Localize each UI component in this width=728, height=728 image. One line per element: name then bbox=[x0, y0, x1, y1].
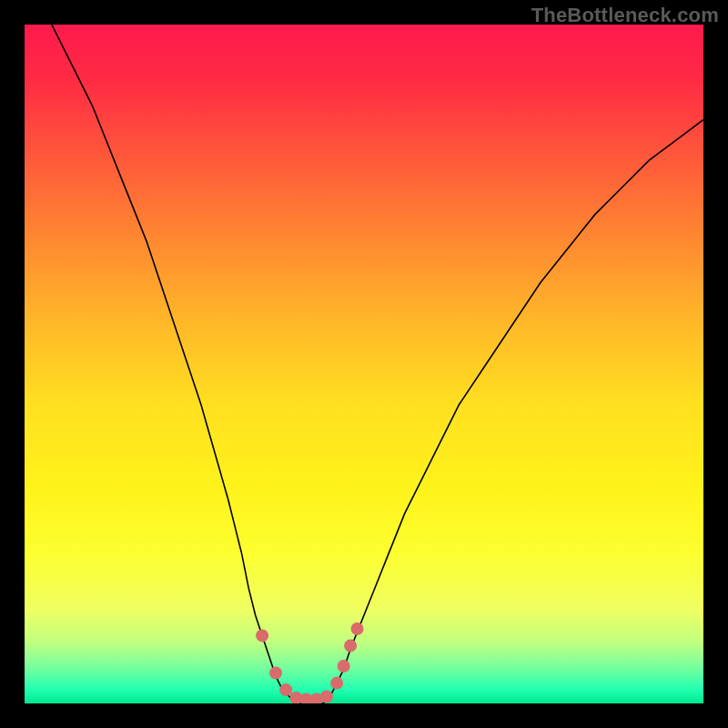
curve-left-branch bbox=[52, 25, 297, 703]
marker-point bbox=[269, 666, 282, 679]
curve-layer bbox=[25, 25, 703, 703]
marker-point bbox=[330, 677, 343, 690]
marker-point bbox=[320, 691, 333, 703]
marker-point bbox=[279, 683, 292, 696]
chart-frame: TheBottleneck.com bbox=[0, 0, 728, 728]
marker-point bbox=[256, 629, 268, 642]
watermark-text: TheBottleneck.com bbox=[531, 4, 719, 27]
marker-point bbox=[344, 640, 357, 652]
marker-point bbox=[338, 660, 350, 672]
curve-right-branch bbox=[323, 119, 703, 703]
plot-area bbox=[25, 25, 703, 703]
marker-point bbox=[351, 622, 364, 635]
